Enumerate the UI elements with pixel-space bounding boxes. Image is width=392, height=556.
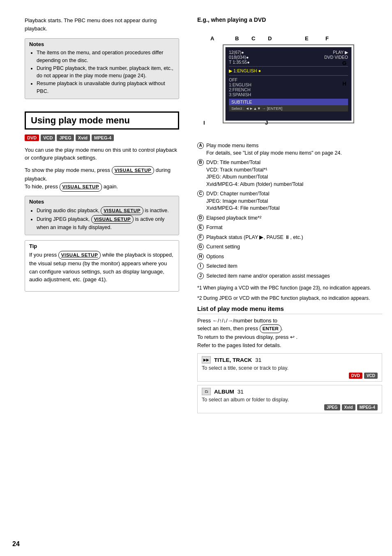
info-item-c: C DVD: Chapter number/TotalJPEG: Image n…: [197, 190, 382, 212]
note-item-3: Resume playback is unavailable during pl…: [37, 80, 175, 95]
vs-pill-note2-2: VISUAL SETUP: [91, 215, 134, 224]
body2a: To show the play mode menu, press: [25, 167, 110, 173]
menu-item-album: 🗀 ALBUM 31 To select an album or folder …: [197, 385, 382, 413]
body-text-1: You can use the play mode menu on this u…: [25, 146, 179, 162]
vs-pill-tip: VISUAL SETUP: [58, 251, 101, 259]
callout-i-label: I: [203, 120, 205, 126]
circle-a: A: [197, 142, 204, 149]
screen-english-selected: ▶ 1:ENGLISH ●: [229, 68, 261, 74]
info-item-g: G Current setting: [197, 243, 382, 251]
album-num: 31: [238, 389, 244, 395]
title-track-icon: ▶▶: [202, 356, 211, 364]
menu-item-title-track-header: ▶▶ TITLE, TRACK 31: [202, 356, 378, 364]
list-nav-text: Press ←/↑/↓/→/number buttons toselect an…: [197, 317, 382, 350]
screen-row-2: 018(034)● DVD VIDEO: [229, 55, 348, 60]
eg-title: E.g., when playing a DVD: [197, 16, 382, 23]
left-column: Playback starts. The PBC menu does not a…: [0, 8, 189, 548]
callout-j-label: J: [265, 120, 268, 126]
info-item-e: E Format: [197, 224, 382, 232]
badge-xvid: Xvid: [76, 134, 90, 141]
info-item-b: B DVD: Title number/TotalVCD: Track numb…: [197, 159, 382, 188]
circle-e: E: [197, 224, 204, 231]
screen-row-3: T 1:35:55●: [229, 60, 348, 65]
footnote-2: *2 During JPEG or VCD with the PBC funct…: [197, 295, 382, 302]
page-number: 24: [12, 540, 20, 548]
page: Playback starts. The PBC menu does not a…: [0, 0, 392, 556]
circle-h: H: [197, 253, 204, 260]
badge-vcd-title: VCD: [364, 373, 378, 379]
screen-selected-row: ▶ 1:ENGLISH ●: [229, 68, 348, 74]
callout-g-label: G: [342, 60, 346, 66]
album-desc: To select an album or folder to display.: [202, 397, 378, 403]
title-track-name: TITLE, TRACK: [214, 357, 252, 363]
intro-text: Playback starts. The PBC menu does not a…: [25, 16, 179, 32]
notes-box-2: Notes During audio disc playback, VISUAL…: [25, 196, 179, 235]
badge-dvd: DVD: [25, 134, 39, 141]
info-item-f: F Playback status (PLAY ▶, PAUSE ⏸, etc.…: [197, 234, 382, 241]
tip-title: Tip: [29, 243, 175, 249]
note2-item-1: During audio disc playback, VISUAL SETUP…: [37, 206, 175, 215]
enter-pill: ENTER: [260, 324, 281, 333]
info-item-a: A Play mode menu itemsFor details, see "…: [197, 142, 382, 157]
callout-d-label: D: [268, 35, 272, 42]
body-text-2: To show the play mode menu, press VISUAL…: [25, 166, 179, 192]
info-item-i: I Selected item: [197, 263, 382, 270]
screen-subtitle-bar: SUBTITLE: [229, 99, 348, 105]
notes-title-2: Notes: [29, 199, 175, 205]
title-track-num: 31: [255, 357, 261, 363]
circle-f: F: [197, 234, 204, 241]
badge-mpeg4-album: MPEG-4: [357, 404, 378, 410]
badge-mpeg4: MPEG-4: [92, 134, 114, 141]
circle-d: D: [197, 215, 204, 221]
screen-opt3: 3:SPANISH: [229, 92, 348, 97]
list-section-title: List of play mode menu items: [197, 305, 382, 314]
album-name: ALBUM: [214, 389, 234, 395]
vs-pill-note2-1: VISUAL SETUP: [101, 206, 143, 215]
dvd-screen: 12(67)● PLAY ▶ 018(034)● DVD VIDEO T 1:3…: [225, 47, 352, 121]
badge-jpeg: JPEG: [57, 134, 74, 141]
section-heading: Using play mode menu: [25, 111, 179, 130]
badge-jpeg-album: JPEG: [324, 404, 340, 410]
screen-line2-left: 018(034)●: [229, 55, 249, 60]
body3c: again.: [104, 183, 118, 190]
callout-a-label: A: [210, 35, 214, 42]
screen-line1-left: 12(67)●: [229, 50, 244, 55]
callout-b-label: B: [235, 35, 239, 42]
screen-time: T 1:35:55●: [229, 60, 250, 65]
screen-divider-1: [229, 66, 348, 67]
menu-item-title-track: ▶▶ TITLE, TRACK 31 To select a title, sc…: [197, 353, 382, 382]
visual-setup-pill-2: VISUAL SETUP: [60, 183, 102, 191]
callout-h-label: H: [343, 81, 346, 87]
circle-g: G: [197, 243, 204, 250]
screen-opt2: 2:FRENCH: [229, 87, 348, 92]
badge-dvd-title: DVD: [349, 373, 362, 379]
title-track-desc: To select a title, scene or track to pla…: [202, 365, 378, 371]
body3a: To hide, press: [25, 183, 58, 190]
dvd-screen-wrapper: A B C D E F 12(67)● PLAY ▶ 018(034)●: [197, 35, 382, 126]
notes-list-1: The items on the menu, and operation pro…: [29, 49, 175, 95]
badge-xvid-album: Xvid: [342, 404, 355, 410]
callout-e-label: E: [305, 35, 309, 42]
screen-play: PLAY ▶: [333, 50, 348, 55]
tip-text: If you press VISUAL SETUP while the play…: [29, 251, 175, 284]
visual-setup-pill-1: VISUAL SETUP: [112, 166, 154, 175]
info-item-j: J Selected item name and/or operation as…: [197, 273, 382, 280]
format-badges: DVD VCD JPEG Xvid MPEG-4: [25, 134, 179, 141]
tip-text1: If you press: [29, 252, 57, 258]
screen-off: OFF: [229, 77, 348, 82]
note2-item-2: During JPEG playback, VISUAL SETUP is ac…: [37, 215, 175, 232]
circle-j: J: [197, 273, 204, 279]
tip-box: Tip If you press VISUAL SETUP while the …: [25, 240, 179, 292]
badge-vcd: VCD: [41, 134, 55, 141]
info-item-d: D Elapsed playback time*²: [197, 215, 382, 222]
notes-list-2: During audio disc playback, VISUAL SETUP…: [29, 206, 175, 232]
screen-row-1: 12(67)● PLAY ▶: [229, 50, 348, 55]
album-icon: 🗀: [202, 388, 211, 395]
notes-title-1: Notes: [29, 41, 175, 47]
screen-opt1: 1:ENGLISH: [229, 82, 348, 87]
circle-c: C: [197, 190, 204, 197]
screen-dvdvideo: DVD VIDEO: [324, 55, 348, 60]
screen-divider-2: [229, 75, 348, 76]
callout-c-label: C: [251, 35, 255, 42]
callout-f-label: F: [325, 35, 329, 42]
